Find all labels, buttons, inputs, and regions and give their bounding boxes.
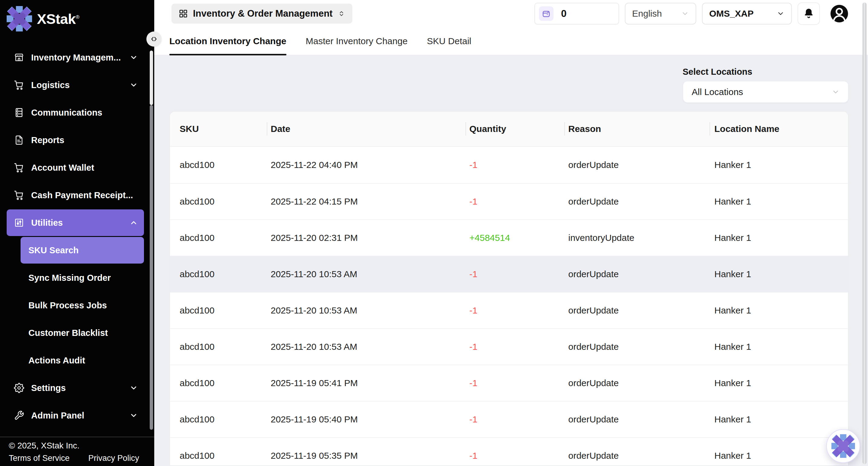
cell-sku: abcd100 bbox=[170, 220, 267, 256]
sidebar-item-logistics[interactable]: Logistics bbox=[7, 72, 144, 98]
cell-reason: orderUpdate bbox=[564, 329, 710, 365]
sidebar-scrollbar-track[interactable] bbox=[150, 105, 153, 430]
table-row[interactable]: abcd100 2025-11-19 05:41 PM -1 orderUpda… bbox=[170, 365, 848, 401]
sidebar-item-reports[interactable]: Reports bbox=[7, 127, 144, 153]
table-row[interactable]: abcd100 2025-11-20 10:53 AM -1 orderUpda… bbox=[170, 256, 848, 292]
tab-master-inventory-change[interactable]: Master Inventory Change bbox=[306, 27, 408, 55]
inventory-change-table: SKU Date Quantity Reason Location Name a… bbox=[169, 111, 849, 466]
grid-icon bbox=[179, 9, 188, 18]
column-header-sku[interactable]: SKU bbox=[170, 112, 267, 146]
tenant-select-value: OMS_XAP bbox=[709, 8, 754, 19]
bell-icon bbox=[803, 7, 815, 20]
cell-date: 2025-11-20 10:53 AM bbox=[267, 329, 465, 365]
cell-date: 2025-11-19 05:40 PM bbox=[267, 402, 465, 437]
cell-quantity: -1 bbox=[465, 293, 564, 328]
locations-select[interactable]: All Locations bbox=[683, 81, 849, 103]
brand-logo[interactable]: XStak® bbox=[0, 0, 154, 33]
cell-location-name: Hanker 1 bbox=[710, 329, 849, 365]
sidebar-subitem-customer-blacklist[interactable]: Customer Blacklist bbox=[21, 320, 144, 346]
terms-of-service-link[interactable]: Terms of Service bbox=[9, 454, 69, 463]
cell-date: 2025-11-19 05:35 PM bbox=[267, 438, 465, 466]
cell-date: 2025-11-20 02:31 PM bbox=[267, 220, 465, 256]
sidebar-item-label: Utilities bbox=[31, 218, 63, 228]
cell-date: 2025-11-20 10:53 AM bbox=[267, 293, 465, 328]
table-row[interactable]: abcd100 2025-11-20 10:53 AM -1 orderUpda… bbox=[170, 328, 848, 365]
sidebar-item-label: Communications bbox=[31, 108, 102, 118]
tab-sku-detail[interactable]: SKU Detail bbox=[427, 27, 471, 55]
table-body: abcd100 2025-11-22 04:40 PM -1 orderUpda… bbox=[170, 147, 848, 466]
sidebar-item-label: Inventory Managem... bbox=[31, 53, 121, 63]
cell-date: 2025-11-20 10:53 AM bbox=[267, 256, 465, 292]
column-header-reason[interactable]: Reason bbox=[564, 112, 710, 146]
cell-location-name: Hanker 1 bbox=[710, 184, 849, 220]
cell-quantity: -1 bbox=[465, 147, 564, 183]
notifications-button[interactable] bbox=[798, 2, 820, 25]
sidebar-item-label: Admin Panel bbox=[31, 411, 84, 420]
language-select-value: English bbox=[632, 8, 662, 19]
sidebar-item-utilities[interactable]: Utilities bbox=[7, 209, 144, 236]
sidebar-subitem-sku-search[interactable]: SKU Search bbox=[21, 237, 144, 264]
sidebar-subitem-actions-audit[interactable]: Actions Audit bbox=[21, 347, 144, 374]
cell-reason: orderUpdate bbox=[564, 365, 710, 401]
table-row[interactable]: abcd100 2025-11-20 02:31 PM +4584514 inv… bbox=[170, 220, 848, 256]
sliders-icon bbox=[14, 217, 24, 228]
sidebar-item-label: Cash Payment Receipt... bbox=[31, 190, 133, 200]
cell-date: 2025-11-22 04:15 PM bbox=[267, 184, 465, 220]
sidebar-item-label: Settings bbox=[31, 383, 66, 393]
page-scrollbar[interactable] bbox=[863, 2, 867, 464]
cell-sku: abcd100 bbox=[170, 329, 267, 365]
main-content: Select Locations All Locations SKU Date … bbox=[154, 55, 868, 466]
sidebar-subitem-bulk-process-jobs[interactable]: Bulk Process Jobs bbox=[21, 292, 144, 319]
chevron-down-icon bbox=[129, 411, 138, 420]
sidebar-collapse-button[interactable] bbox=[146, 31, 161, 47]
cell-sku: abcd100 bbox=[170, 147, 267, 183]
chevron-down-icon bbox=[129, 384, 138, 392]
wallet-balance[interactable]: 0 bbox=[534, 3, 619, 25]
gear-icon bbox=[14, 383, 24, 393]
sidebar-subitem-label: Sync Missing Order bbox=[28, 273, 111, 283]
table-row[interactable]: abcd100 2025-11-20 10:53 AM -1 orderUpda… bbox=[170, 292, 848, 328]
cell-sku: abcd100 bbox=[170, 438, 267, 466]
wrench-icon bbox=[14, 410, 24, 420]
sidebar-item-communications[interactable]: Communications bbox=[7, 99, 144, 126]
column-header-quantity[interactable]: Quantity bbox=[465, 112, 564, 146]
file-icon bbox=[14, 135, 24, 145]
cell-quantity: -1 bbox=[465, 438, 564, 466]
sidebar-item-cash-payment-receipt[interactable]: Cash Payment Receipt... bbox=[7, 182, 144, 208]
sidebar-subitem-sync-missing-order[interactable]: Sync Missing Order bbox=[21, 264, 144, 291]
sidebar-menu: Inventory Managem... Logistics Communica… bbox=[0, 44, 154, 430]
chevron-up-icon bbox=[129, 219, 138, 227]
privacy-policy-link[interactable]: Privacy Policy bbox=[88, 454, 139, 463]
module-select[interactable]: Inventory & Order Management bbox=[172, 4, 352, 24]
table-row[interactable]: abcd100 2025-11-22 04:15 PM -1 orderUpda… bbox=[170, 183, 848, 220]
sidebar-item-settings[interactable]: Settings bbox=[7, 375, 144, 401]
table-row[interactable]: abcd100 2025-11-22 04:40 PM -1 orderUpda… bbox=[170, 147, 848, 183]
column-header-location-name[interactable]: Location Name bbox=[710, 112, 849, 146]
table-row[interactable]: abcd100 2025-11-19 05:35 PM -1 orderUpda… bbox=[170, 437, 848, 466]
cell-quantity: +4584514 bbox=[465, 220, 564, 256]
language-select[interactable]: English bbox=[625, 3, 696, 25]
cell-reason: orderUpdate bbox=[564, 147, 710, 183]
topbar: Inventory & Order Management 0 English O… bbox=[154, 0, 868, 27]
chevron-down-icon bbox=[129, 81, 138, 89]
table-row[interactable]: abcd100 2025-11-19 05:40 PM -1 orderUpda… bbox=[170, 401, 848, 437]
sidebar-item-account-wallet[interactable]: Account Wallet bbox=[7, 154, 144, 181]
sidebar-scrollbar-thumb[interactable] bbox=[150, 51, 153, 105]
app-window: XStak® Inventory Managem... Logistics bbox=[0, 0, 868, 466]
cell-quantity: -1 bbox=[465, 365, 564, 401]
cell-location-name: Hanker 1 bbox=[710, 365, 849, 401]
collapse-icon bbox=[150, 35, 158, 43]
sidebar-item-inventory-management[interactable]: Inventory Managem... bbox=[7, 44, 144, 71]
cell-location-name: Hanker 1 bbox=[710, 220, 849, 256]
topbar-right-group: 0 English OMS_XAP bbox=[534, 2, 849, 25]
floating-brand-button[interactable] bbox=[826, 429, 860, 463]
tab-location-inventory-change[interactable]: Location Inventory Change bbox=[169, 27, 286, 55]
column-header-date[interactable]: Date bbox=[267, 112, 465, 146]
sidebar-item-admin-panel[interactable]: Admin Panel bbox=[7, 402, 144, 429]
xstak-logo-icon bbox=[7, 6, 32, 31]
chevron-down-icon bbox=[681, 10, 689, 18]
cell-sku: abcd100 bbox=[170, 184, 267, 220]
user-avatar[interactable] bbox=[830, 4, 849, 23]
tenant-select[interactable]: OMS_XAP bbox=[702, 3, 792, 25]
cell-reason: orderUpdate bbox=[564, 184, 710, 220]
